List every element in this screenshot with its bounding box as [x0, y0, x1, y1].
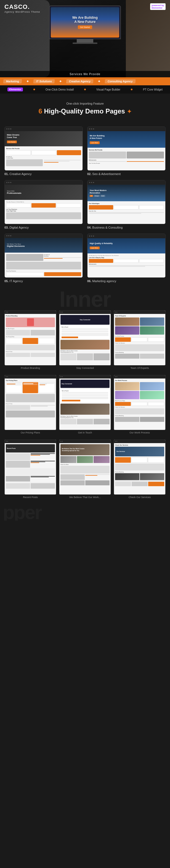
demo-label-seo: 02. Seo & Advertisement — [87, 172, 166, 176]
believe-title: We Believe That Our Work CreatesSomethin… — [62, 448, 84, 452]
itd-p1 — [6, 376, 7, 377]
gp-1 — [61, 419, 76, 424]
pc3-3 — [39, 384, 45, 385]
inner-item-get-in-touch[interactable]: Stay Connected Get in Touch We Believe T… — [59, 375, 111, 434]
inner-item-posts[interactable]: Recent Posts — [4, 439, 56, 499]
scr-1 — [115, 457, 131, 463]
itd-bel2 — [62, 441, 63, 442]
services-line — [115, 480, 164, 481]
feature-sep-3 — [131, 89, 133, 90]
stripe-tag-marketing: Marketing — [3, 79, 22, 83]
watermark-inner-text: Inner — [59, 288, 111, 310]
demo-name-business: Business & Consulting — [92, 226, 123, 229]
inner-item-branding[interactable]: Product Branding Our Best Projects Our P… — [4, 310, 56, 369]
stripe-banner: Marketing ✦ IT Solutions ✦ Creative Agen… — [0, 77, 170, 85]
wp-product-branding: Product Branding — [115, 415, 164, 416]
hero-section: CASCO. Agency WordPress Theme powered by… — [0, 0, 170, 77]
git-hero-text: Stay Connected — [62, 383, 72, 384]
il-contact-text: Stay Connected — [76, 367, 94, 369]
itd-b1 — [6, 312, 7, 312]
sc-text: Stay Connected — [80, 319, 90, 320]
bpt-2 — [85, 475, 97, 476]
pm-2 — [31, 483, 55, 489]
monitor-title: We Are BuildingA New Future — [72, 16, 98, 24]
wps-2 — [131, 402, 148, 406]
sb-2 — [132, 482, 148, 486]
git-field-3 — [62, 397, 108, 399]
itc-git: Stay Connected Get in Touch We Believe T… — [59, 378, 111, 430]
tpb-2 — [140, 354, 164, 359]
team-product-branding: Product Branding — [115, 352, 164, 353]
inner-item-workprocess[interactable]: Our Work Process Work Process Steps Chec… — [114, 375, 166, 434]
scr-2 — [131, 457, 148, 463]
posts-divider — [6, 482, 55, 483]
ppt-2 — [31, 406, 48, 406]
team-services-img — [115, 344, 164, 351]
feature-bar: Elementor One-Click Demo Install Visual … — [0, 85, 170, 94]
demo-label-digital: 03. Digital Agency — [4, 226, 83, 229]
pricing-cards — [6, 382, 55, 393]
inner-thumb-posts: Recent Posts — [4, 439, 56, 495]
ib-sub: Our Best Projects — [6, 328, 55, 329]
pc1-1 — [7, 383, 21, 383]
demo-item-marketing[interactable]: High Quality & Reliability Learn More Do… — [87, 234, 166, 283]
demo-item-it[interactable]: We Make The Best Digital Decisions Excep… — [4, 234, 83, 283]
git-photos — [61, 419, 109, 424]
ith-pricing — [5, 375, 56, 378]
pp-text — [31, 405, 55, 410]
wps-3 — [148, 402, 164, 406]
ib-pricing: Our Pricing Plans — [6, 336, 55, 337]
ci-2 — [77, 353, 93, 360]
tg-1 — [115, 317, 139, 326]
demo-item-seo[interactable]: We Are BuildingA New Future Learn More S… — [87, 126, 166, 176]
inner-thumb-workprocess: Our Work Process Work Process Steps Chec… — [114, 375, 166, 430]
inner-item-believe[interactable]: We Believe That Our Work CreatesSomethin… — [59, 439, 111, 499]
demo-name-seo: Seo & Advertisement — [92, 172, 121, 176]
pl-3 — [6, 476, 30, 482]
git-submit — [62, 400, 80, 401]
inner-item-team[interactable]: Team Of Experts Our Work Process Check O… — [114, 310, 166, 369]
inner-item-pricing[interactable]: Our Pricing Plans — [4, 375, 56, 434]
wp-team-grid — [115, 382, 164, 399]
il-branding-text: Product Branding — [21, 367, 40, 369]
stripe-tag-it: IT Solutions — [33, 79, 55, 83]
posts-list — [6, 453, 55, 460]
inner-label-workprocess: Our Work Process — [114, 431, 166, 434]
demo-item-business[interactable]: Your Most ModernRenovation All Design Bu… — [87, 180, 166, 229]
believe-sub: Check Our Work — [61, 464, 109, 465]
posts-list-3 — [6, 476, 55, 482]
demo-item-digital[interactable]: Work With Professionals There Are Reason… — [4, 180, 83, 229]
bpost-1 — [61, 474, 85, 480]
demo-num-seo: 02. — [87, 172, 91, 176]
feature-ptcore-text: PT Core Widget — [143, 88, 163, 91]
monitor-base — [73, 42, 97, 44]
inner-thumb-pricing: Our Pricing Plans — [4, 375, 56, 430]
sc-block: Stay Connected — [61, 315, 109, 325]
stripe-inner: Marketing ✦ IT Solutions ✦ Creative Agen… — [0, 79, 170, 83]
ith-git — [59, 375, 111, 378]
git-hero: Stay Connected — [61, 380, 109, 388]
inner-item-contact[interactable]: Stay Connected Get in Touch We Believe T… — [59, 310, 111, 369]
pl-text-1 — [31, 453, 55, 460]
monitor-stand — [77, 39, 93, 42]
feature-dot-2 — [84, 89, 86, 90]
wptg-1 — [115, 382, 139, 391]
ibp-2 — [31, 330, 55, 335]
wpbi-1 — [115, 417, 139, 422]
ith-branding — [5, 311, 56, 314]
itd-t2 — [116, 312, 117, 312]
inner-item-services[interactable]: Check Our Services Our Services Product … — [114, 439, 166, 499]
bei-2 — [85, 480, 109, 485]
scr-3 — [148, 457, 164, 463]
believe-hero: We Believe That Our Work CreatesSomethin… — [61, 444, 109, 455]
inner-label-contact: Stay Connected — [59, 367, 111, 369]
demo-title: 6 High-Quality Demo Pages ✦ — [5, 107, 165, 115]
demo-num-it: 05. — [4, 279, 8, 283]
demo-item-creative[interactable]: Make DreamsCome True Get Started Service… — [4, 126, 83, 176]
inner-thumb-contact: Stay Connected Get in Touch We Believe T… — [59, 310, 111, 366]
il-pricing-text: Our Pricing Plans — [21, 431, 40, 434]
ipc-2 — [23, 338, 38, 344]
itd-s2 — [116, 441, 117, 442]
contact-imgs — [61, 353, 109, 360]
services-hero-text: Our Services — [116, 451, 125, 452]
